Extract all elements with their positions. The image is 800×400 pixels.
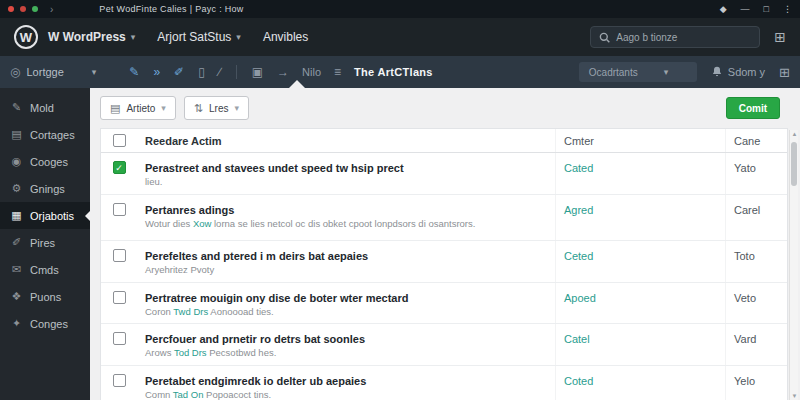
arrow-right-icon[interactable]: → (277, 65, 289, 79)
site-menu[interactable]: W WordPress ▾ (48, 30, 135, 44)
sidebar-item-label: Cortages (30, 129, 75, 141)
row-status: Agred (555, 195, 725, 240)
column-header-value[interactable]: Cane (725, 129, 787, 152)
sidebar-item-pires[interactable]: ✐ Pires (0, 229, 90, 256)
zoom-window-dot[interactable] (32, 6, 38, 12)
pencil-icon: ✎ (10, 101, 23, 114)
grid-icon: ▦ (10, 209, 23, 222)
notifications-button[interactable]: Sdom y (711, 66, 765, 78)
row-title-link[interactable]: Pertratree mouigin ony dise de boter wte… (145, 288, 547, 304)
subtitle-link[interactable]: Twd Drs (173, 306, 208, 317)
circle-icon: ◉ (10, 155, 23, 168)
create-button[interactable]: Comit (726, 97, 780, 119)
forward-nav-icon[interactable]: › (50, 4, 53, 15)
row-subtitle: lieu. (145, 176, 547, 189)
scroll-up-icon[interactable]: ▲ (790, 131, 799, 137)
bell-icon (711, 66, 723, 78)
table-row[interactable]: Pertratree mouigin ony dise de boter wte… (101, 283, 787, 325)
apps-grid-icon[interactable]: ⊞ (774, 29, 786, 45)
sidebar-item-cooges[interactable]: ◉ Cooges (0, 148, 90, 175)
chevron-down-icon: ▾ (236, 32, 241, 42)
image-icon[interactable]: ▣ (252, 65, 263, 79)
site-menu-label: W WordPress (48, 30, 126, 44)
row-title-link[interactable]: Perefeltes and ptered i m deirs bat aepa… (145, 246, 547, 262)
vertical-scrollbar[interactable]: ▲ ▼ (789, 130, 798, 400)
row-checkbox-checked[interactable]: ✓ (113, 161, 126, 174)
row-value: Toto (725, 241, 787, 282)
scrollbar-thumb[interactable] (791, 142, 797, 186)
coordinates-dropdown[interactable]: Ocadrtants ▾ (579, 62, 697, 82)
sidebar-item-conges[interactable]: ✦ Conges (0, 310, 90, 337)
table-row[interactable]: ✓ Perastreet and stavees undet speed tw … (101, 153, 787, 195)
row-checkbox[interactable] (113, 249, 126, 262)
table-row[interactable]: Perefeltes and ptered i m deirs bat aepa… (101, 241, 787, 283)
sidebar-item-cortages[interactable]: ▤ Cortages (0, 121, 90, 148)
browser-tab-title: Pet WodFinte Calies | Payc : How (99, 4, 243, 14)
menu-icon[interactable]: ≡ (334, 65, 341, 79)
row-value: Vard (725, 324, 787, 365)
row-value: Veto (725, 283, 787, 324)
scroll-down-icon[interactable]: ▼ (790, 393, 799, 399)
row-checkbox[interactable] (113, 203, 126, 216)
user-menu-label: Lortgge (26, 66, 63, 78)
row-subtitle: Coron Twd Drs Aonoooad ties. (145, 306, 547, 319)
column-header-title[interactable]: Reedare Actim (137, 129, 555, 152)
wordpress-logo-icon[interactable]: W (14, 25, 38, 49)
row-status: Apoed (555, 283, 725, 324)
close-window-dot[interactable] (8, 6, 14, 12)
row-subtitle: Aryehritez Pvoty (145, 264, 547, 277)
star-icon: ✦ (10, 317, 23, 330)
layout-grid-icon[interactable]: ⊞ (779, 65, 790, 80)
row-checkbox[interactable] (113, 291, 126, 304)
fast-forward-icon[interactable]: » (153, 65, 160, 79)
active-tab-pointer (289, 80, 305, 88)
content-toolbar: ▤ Artieto ▾ ⇅ Lres ▾ Comit (100, 96, 788, 120)
table-row[interactable]: Percfouer and prnetir ro detrs bat soonl… (101, 324, 787, 366)
activities-menu-label: Anvibles (263, 30, 308, 44)
row-value: Carel (725, 195, 787, 240)
row-title-link[interactable]: Percfouer and prnetir ro detrs bat soonl… (145, 329, 547, 345)
sidebar-item-orjabotis-active[interactable]: ▦ Orjabotis (0, 202, 90, 229)
user-avatar-icon: ◎ (10, 65, 20, 79)
search-input[interactable]: Aago b tionze (590, 26, 760, 48)
extension-icon[interactable]: ◆ (720, 4, 727, 14)
select-all-checkbox[interactable] (113, 134, 126, 147)
maximize-icon[interactable]: □ (764, 4, 769, 14)
table-row[interactable]: Peretabet endgimredk io delter ub aepaie… (101, 366, 787, 400)
row-title-link[interactable]: Pertanres adings (145, 200, 547, 216)
minimize-icon[interactable]: — (741, 4, 750, 14)
active-tab-label[interactable]: The ArtCTlans (354, 66, 433, 78)
row-title-link[interactable]: Perastreet and stavees undet speed tw hs… (145, 158, 547, 174)
row-subtitle: Arows Tod Drs Pecsotbwd hes. (145, 347, 547, 360)
device-tablet-icon[interactable]: ▯ (198, 65, 205, 79)
edit-pencil-icon[interactable]: ✎ (129, 65, 139, 79)
gear-icon: ⚙ (10, 182, 23, 195)
row-checkbox[interactable] (113, 374, 126, 387)
articles-dropdown-button[interactable]: ▤ Artieto ▾ (100, 96, 176, 120)
subtitle-link[interactable]: Tod Drs (174, 347, 207, 358)
browser-menu-icon[interactable]: ⋮ (783, 4, 792, 14)
sidebar-item-label: Pires (30, 237, 55, 249)
sidebar-item-cmds[interactable]: ✉ Cmds (0, 256, 90, 283)
row-status: Cated (555, 153, 725, 194)
table-row[interactable]: Pertanres adings Wotur dies Xow lorna se… (101, 195, 787, 241)
row-title-link[interactable]: Peretabet endgimredk io delter ub aepaie… (145, 371, 547, 387)
status-menu[interactable]: Arjort SatStus ▾ (157, 30, 241, 44)
editor-toolbar: ◎ Lortgge ▾ ✎ » ✐ ▯ ∕ ▣ → Nilo ≡ The Art… (0, 56, 800, 88)
column-header-status[interactable]: Cmter (555, 129, 725, 152)
lists-dropdown-button[interactable]: ⇅ Lres ▾ (184, 96, 249, 120)
nib-label[interactable]: Nilo (302, 66, 321, 78)
subtitle-link[interactable]: Tad On (173, 389, 204, 400)
sidebar-item-puons[interactable]: ❖ Puons (0, 283, 90, 310)
row-checkbox[interactable] (113, 332, 126, 345)
row-value: Yelo (725, 366, 787, 400)
pen-icon[interactable]: ✐ (174, 65, 184, 79)
admin-sidebar: ✎ Mold ▤ Cortages ◉ Cooges ⚙ Gnings ▦ Or… (0, 88, 90, 400)
slash-icon[interactable]: ∕ (219, 65, 221, 79)
subtitle-link[interactable]: Xow (193, 218, 211, 229)
minimize-window-dot[interactable] (20, 6, 26, 12)
activities-menu[interactable]: Anvibles (263, 30, 308, 44)
sidebar-item-gnings[interactable]: ⚙ Gnings (0, 175, 90, 202)
sidebar-item-mold[interactable]: ✎ Mold (0, 94, 90, 121)
user-menu[interactable]: ◎ Lortgge ▾ (10, 65, 96, 79)
